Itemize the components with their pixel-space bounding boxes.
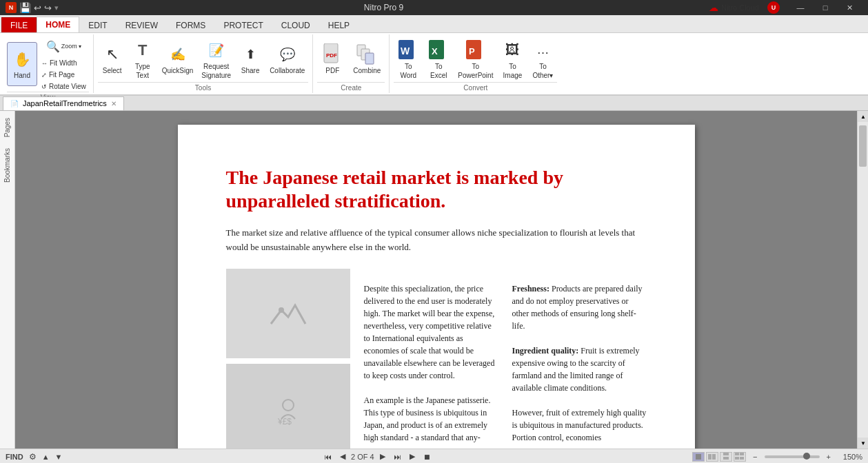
first-page-button[interactable]: ⏮ bbox=[321, 452, 334, 462]
minimize-button[interactable]: — bbox=[788, 0, 813, 15]
zoom-slider[interactable] bbox=[765, 455, 820, 458]
zoom-in-button[interactable]: + bbox=[824, 452, 834, 462]
continuous-facing-view-button[interactable] bbox=[734, 452, 746, 462]
select-button[interactable]: ↖ Select bbox=[98, 37, 127, 81]
quick-access-save[interactable]: 💾 bbox=[19, 2, 31, 13]
nitro-cloud-label: Nitro Cloud bbox=[721, 3, 759, 12]
left-col-para2: An example is the Japanese patisserie. T… bbox=[364, 394, 498, 444]
status-bar: FIND ⚙ ▲ ▼ ⏮ ◀ 2 OF 4 ▶ ⏭ ▶ ⏹ bbox=[0, 449, 868, 463]
next-page-button[interactable]: ▶ bbox=[377, 451, 388, 462]
svg-rect-20 bbox=[740, 453, 744, 455]
ribbon-group-convert: W To Word X To Excel P To bbox=[390, 34, 561, 93]
zoom-slider-thumb[interactable] bbox=[803, 453, 810, 460]
single-page-view-button[interactable] bbox=[692, 452, 705, 462]
svg-text:PDF: PDF bbox=[326, 52, 337, 59]
last-page-button[interactable]: ⏭ bbox=[391, 452, 404, 462]
document-right-col: Freshness: Products are prepared daily a… bbox=[512, 282, 647, 449]
pdf-doc-icon: 📄 bbox=[10, 100, 19, 107]
stop-button[interactable]: ⏹ bbox=[421, 452, 434, 462]
hand-icon: ✋ bbox=[11, 48, 33, 70]
ribbon-content: ✋ Hand 🔍 Zoom ▾ ↔ Fit Width bbox=[0, 33, 868, 95]
pdf-button[interactable]: PDF PDF bbox=[317, 37, 347, 81]
continuous-view-button[interactable] bbox=[720, 452, 732, 462]
rotate-view-button[interactable]: ↺ Rotate View bbox=[39, 81, 89, 92]
tab-protect[interactable]: PROTECT bbox=[214, 17, 272, 32]
collaborate-icon: 💬 bbox=[276, 43, 299, 65]
to-word-button[interactable]: W To Word bbox=[394, 37, 423, 81]
scroll-down-arrow[interactable]: ▼ bbox=[858, 438, 868, 449]
doc-tab-close[interactable]: ✕ bbox=[111, 100, 117, 107]
quick-access-redo[interactable]: ↪ bbox=[44, 3, 52, 13]
tools-group-label: Tools bbox=[98, 82, 309, 92]
scroll-up-arrow[interactable]: ▲ bbox=[858, 111, 868, 122]
quick-access-undo[interactable]: ↩ bbox=[34, 3, 41, 13]
tab-file[interactable]: FILE bbox=[1, 17, 37, 32]
svg-rect-4 bbox=[365, 53, 374, 64]
zoom-out-button[interactable]: − bbox=[750, 452, 760, 462]
bookmarks-panel-tab[interactable]: Bookmarks bbox=[1, 144, 13, 187]
vertical-scrollbar[interactable]: ▲ ▼ bbox=[857, 111, 868, 449]
svg-rect-19 bbox=[735, 453, 739, 455]
create-group-label: Create bbox=[317, 82, 385, 92]
doc-tab-label: JapanRetailTrendmetrics bbox=[23, 99, 107, 107]
collaborate-button[interactable]: 💬 Collaborate bbox=[266, 37, 308, 81]
quicksign-button[interactable]: ✍ QuickSign bbox=[159, 37, 197, 81]
prev-page-button[interactable]: ◀ bbox=[337, 451, 348, 462]
maximize-button[interactable]: □ bbox=[813, 0, 838, 15]
ribbon: FILE HOME EDIT REVIEW FORMS PROTECT CLOU… bbox=[0, 15, 868, 96]
scroll-track[interactable] bbox=[858, 122, 868, 438]
right-col-item-2-title: Ingredient quality: bbox=[512, 346, 579, 356]
to-excel-icon: X bbox=[427, 39, 450, 61]
quicksign-icon: ✍ bbox=[167, 43, 189, 65]
find-up-arrow[interactable]: ▲ bbox=[42, 453, 50, 461]
window-controls: — □ ✕ bbox=[788, 0, 862, 15]
document-left-col: Despite this specialization, the price d… bbox=[364, 282, 498, 449]
svg-text:P: P bbox=[469, 46, 475, 56]
total-pages: 4 bbox=[370, 453, 374, 461]
request-signature-button[interactable]: 📝 Request Signature bbox=[198, 37, 234, 81]
doc-tab-japanretail[interactable]: 📄 JapanRetailTrendmetrics ✕ bbox=[3, 96, 124, 110]
pages-panel-tab[interactable]: Pages bbox=[1, 114, 13, 141]
ribbon-group-tools: ↖ Select T Type Text ✍ QuickSign 📝 Reque… bbox=[94, 34, 314, 93]
to-excel-button[interactable]: X To Excel bbox=[424, 37, 453, 81]
tab-review[interactable]: REVIEW bbox=[117, 17, 167, 32]
to-image-button[interactable]: 🖼 To Image bbox=[498, 37, 527, 81]
close-button[interactable]: ✕ bbox=[838, 0, 862, 15]
find-settings-icon[interactable]: ⚙ bbox=[29, 452, 37, 462]
scroll-thumb[interactable] bbox=[859, 125, 867, 167]
facing-page-view-button[interactable] bbox=[706, 452, 718, 462]
tab-home[interactable]: HOME bbox=[37, 17, 79, 32]
share-button[interactable]: ⬆ Share bbox=[236, 37, 265, 81]
find-label: FIND bbox=[6, 453, 23, 461]
status-center: ⏮ ◀ 2 OF 4 ▶ ⏭ ▶ ⏹ bbox=[321, 451, 434, 462]
image-placeholder-1 bbox=[226, 269, 350, 358]
find-down-arrow[interactable]: ▼ bbox=[55, 453, 63, 461]
combine-button[interactable]: Combine bbox=[349, 37, 385, 81]
app-title: Nitro Pro 9 bbox=[364, 3, 403, 12]
select-icon: ↖ bbox=[101, 43, 123, 65]
to-powerpoint-icon: P bbox=[465, 39, 487, 61]
quick-access-more[interactable]: ▾ bbox=[54, 3, 59, 12]
nitro-cloud-area[interactable]: ☁ Nitro Cloud bbox=[709, 2, 759, 13]
titlebar: N 💾 ↩ ↪ ▾ Nitro Pro 9 ☁ Nitro Cloud U — … bbox=[0, 0, 868, 15]
to-other-button[interactable]: … To Other▾ bbox=[528, 37, 557, 81]
svg-rect-17 bbox=[723, 453, 729, 455]
fit-page-button[interactable]: ⤢ Fit Page bbox=[39, 70, 89, 80]
share-icon: ⬆ bbox=[239, 43, 261, 65]
type-text-icon: T bbox=[132, 39, 154, 61]
tab-edit[interactable]: EDIT bbox=[79, 17, 116, 32]
tab-forms[interactable]: FORMS bbox=[167, 17, 214, 32]
user-avatar[interactable]: U bbox=[767, 1, 780, 14]
to-powerpoint-button[interactable]: P To PowerPoint bbox=[454, 37, 496, 81]
zoom-button[interactable]: 🔍 Zoom ▾ bbox=[39, 36, 89, 56]
type-text-button[interactable]: T Type Text bbox=[128, 37, 157, 81]
combine-icon bbox=[356, 43, 378, 65]
hand-button[interactable]: ✋ Hand bbox=[7, 42, 37, 86]
fit-width-button[interactable]: ↔ Fit Width bbox=[39, 58, 89, 68]
zoom-label: Zoom bbox=[61, 43, 77, 50]
tab-cloud[interactable]: CLOUD bbox=[272, 17, 319, 32]
play-button[interactable]: ▶ bbox=[407, 451, 418, 462]
tab-help[interactable]: HELP bbox=[319, 17, 359, 32]
document-viewport[interactable]: The Japanese retail market is marked by … bbox=[15, 111, 857, 449]
ribbon-group-view: ✋ Hand 🔍 Zoom ▾ ↔ Fit Width bbox=[3, 34, 94, 93]
